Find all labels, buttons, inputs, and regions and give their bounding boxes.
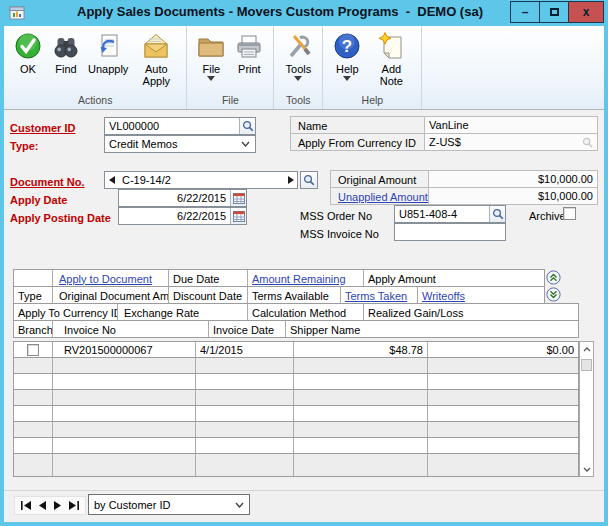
ok-button[interactable]: OK xyxy=(9,29,47,77)
toolbar-group-tools: Tools Tools xyxy=(274,26,323,109)
calendar-icon xyxy=(233,211,245,222)
grid-header-row-2: Type Original Document Amt Discount Date… xyxy=(13,286,545,304)
last-record-button[interactable] xyxy=(68,501,79,510)
toolbar-caption-file: File xyxy=(192,93,268,109)
grid-data-row-1[interactable]: RV201500000067 4/1/2015 $48.78 $0.00 xyxy=(13,341,579,358)
toolbar-group-help: ? Help Add Note Help xyxy=(323,26,422,109)
file-menu-button[interactable]: File xyxy=(192,29,230,83)
row-apply-checkbox[interactable] xyxy=(27,344,39,356)
sort-by-value: by Customer ID xyxy=(94,499,235,511)
tools-menu-label: Tools xyxy=(286,63,312,75)
close-button[interactable]: x xyxy=(568,1,604,23)
row-apply-amount[interactable]: $0.00 xyxy=(428,342,578,357)
document-lookup-button[interactable] xyxy=(300,171,318,189)
row-checkbox-cell xyxy=(14,342,53,357)
apply-posting-date-field[interactable]: 6/22/2015 xyxy=(118,207,247,225)
grid-empty-row xyxy=(13,437,579,454)
calendar-icon xyxy=(233,193,245,204)
next-record-button[interactable] xyxy=(53,501,62,510)
ok-check-icon xyxy=(13,31,43,61)
apply-date-calendar-button[interactable] xyxy=(230,190,246,206)
add-note-icon xyxy=(376,31,406,61)
grid-header-realized-gain-loss: Realized Gain/Loss xyxy=(364,304,578,320)
sort-by-dropdown[interactable]: by Customer ID xyxy=(88,494,250,515)
help-menu-button[interactable]: ? Help xyxy=(328,29,366,83)
grid-header-invoice-date: Invoice Date xyxy=(209,321,286,337)
type-dropdown[interactable]: Credit Memos xyxy=(104,135,256,153)
printer-icon xyxy=(234,31,264,61)
unapply-document-icon xyxy=(93,31,123,61)
document-no-label[interactable]: Document No. xyxy=(10,175,85,190)
unapply-button[interactable]: Unapply xyxy=(85,29,131,77)
scroll-up-button[interactable] xyxy=(580,342,593,356)
grid-header-row-4: Branch Invoice No Invoice Date Shipper N… xyxy=(13,320,579,338)
document-next-button[interactable] xyxy=(284,172,297,188)
titlebar[interactable]: Apply Sales Documents - Movers Custom Pr… xyxy=(0,0,608,26)
customer-id-field[interactable]: VL000000 xyxy=(104,117,256,135)
folder-icon xyxy=(196,31,226,61)
name-row: Name VanLine xyxy=(290,116,598,134)
mss-order-lookup-button[interactable] xyxy=(489,206,505,222)
mss-order-no-field[interactable]: U851-408-4 xyxy=(394,205,506,223)
grid-expand-button[interactable] xyxy=(546,287,561,302)
find-button[interactable]: Find xyxy=(47,29,85,77)
apply-from-currency-value: Z-US$ xyxy=(424,134,597,150)
archive-checkbox[interactable] xyxy=(563,207,576,220)
grid-header-apply-to-currency-id: Apply To Currency ID xyxy=(14,304,118,320)
ok-button-label: OK xyxy=(20,63,36,75)
mss-order-no-value: U851-408-4 xyxy=(395,208,489,220)
first-record-button[interactable] xyxy=(21,501,32,510)
chevron-up-icon xyxy=(583,347,591,352)
print-button-label: Print xyxy=(238,63,261,75)
scrollbar-thumb[interactable] xyxy=(581,359,592,371)
svg-text:?: ? xyxy=(342,37,352,56)
name-label: Name xyxy=(291,117,424,133)
grid-header-amount-remaining[interactable]: Amount Remaining xyxy=(248,270,364,286)
grid-collapse-button[interactable] xyxy=(546,270,561,285)
minimize-button[interactable]: – xyxy=(510,1,540,23)
chevron-down-icon xyxy=(235,502,244,508)
arrow-right-icon xyxy=(288,176,294,184)
grid-header-apply-amount: Apply Amount xyxy=(364,270,544,286)
grid-header-terms-taken[interactable]: Terms Taken xyxy=(341,287,418,303)
scroll-down-button[interactable] xyxy=(580,462,593,476)
chevron-down-icon xyxy=(583,467,591,472)
document-prev-button[interactable] xyxy=(105,172,118,188)
apply-date-label: Apply Date xyxy=(10,193,67,208)
grid-scrollbar[interactable] xyxy=(579,341,594,477)
grid-header-blank xyxy=(14,270,53,286)
auto-apply-button-label: Auto Apply xyxy=(134,63,178,87)
grid-header-apply-to-document[interactable]: Apply to Document xyxy=(53,270,169,286)
row-amount-remaining: $48.78 xyxy=(294,342,428,357)
customer-id-value: VL000000 xyxy=(105,120,239,132)
grid-empty-row xyxy=(13,373,579,390)
grid-header-due-date: Due Date xyxy=(169,270,248,286)
maximize-button[interactable] xyxy=(539,1,569,23)
name-value: VanLine xyxy=(424,117,597,133)
customer-lookup-button[interactable] xyxy=(239,118,255,134)
posting-date-calendar-button[interactable] xyxy=(230,208,246,224)
auto-apply-button[interactable]: Auto Apply xyxy=(131,29,181,89)
tools-menu-button[interactable]: Tools xyxy=(279,29,317,83)
print-button[interactable]: Print xyxy=(230,29,268,77)
apply-from-currency-label: Apply From Currency ID xyxy=(291,134,424,150)
document-no-value: C-19-14/2 xyxy=(118,174,284,186)
customer-id-label[interactable]: Customer ID xyxy=(10,121,75,136)
grid-header-shipper-name: Shipper Name xyxy=(286,321,578,337)
unapplied-amount-row: Unapplied Amount $10,000.00 xyxy=(330,187,598,205)
previous-record-button[interactable] xyxy=(38,501,47,510)
chevron-down-icon xyxy=(241,141,250,147)
add-note-button[interactable]: Add Note xyxy=(366,29,416,89)
chevron-down-icon xyxy=(294,76,302,81)
grid-header-writeoffs[interactable]: Writeoffs xyxy=(418,287,544,303)
mss-invoice-no-field[interactable] xyxy=(394,223,506,241)
original-amount-value: $10,000.00 xyxy=(428,171,597,187)
apply-date-field[interactable]: 6/22/2015 xyxy=(118,189,247,207)
arrow-left-icon xyxy=(109,176,115,184)
window-title: Apply Sales Documents - Movers Custom Pr… xyxy=(0,4,560,19)
document-no-field[interactable]: C-19-14/2 xyxy=(104,171,298,189)
double-chevron-down-icon xyxy=(546,287,561,302)
unapplied-amount-link[interactable]: Unapplied Amount xyxy=(331,188,428,204)
apply-posting-date-value: 6/22/2015 xyxy=(119,210,230,222)
chevron-down-icon xyxy=(343,76,351,81)
